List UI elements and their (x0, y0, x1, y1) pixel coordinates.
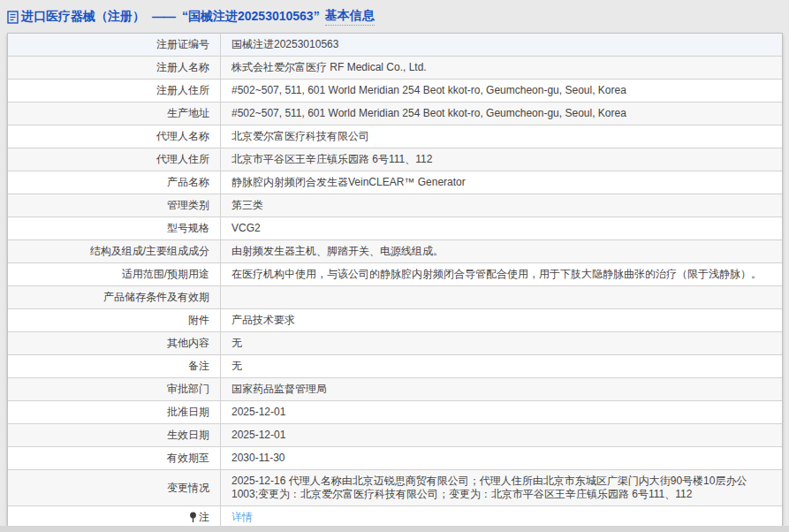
table-row: 变更情况2025-12-16 代理人名称由北京迈锐思商贸有限公司；代理人住所由北… (8, 470, 782, 506)
row-value: 2025-12-16 代理人名称由北京迈锐思商贸有限公司；代理人住所由北京市东城… (221, 470, 782, 505)
row-value: 国家药品监督管理局 (221, 378, 782, 400)
row-label: 代理人住所 (8, 148, 221, 171)
table-row: 管理类别第三类 (8, 194, 782, 217)
row-label: 代理人名称 (8, 125, 221, 148)
row-label-text: 其他内容 (167, 337, 209, 350)
row-value: 无 (221, 355, 782, 377)
row-label: 结构及组成/主要组成成分 (8, 240, 221, 262)
row-label-text: 注册证编号 (156, 38, 209, 51)
table-row: 有效期至2030-11-30 (8, 447, 782, 470)
page-title: 进口医疗器械（注册） —— “国械注进20253010563” 基本信息 (0, 0, 789, 31)
registration-info-table: 注册证编号国械注进20253010563注册人名称株式会社爱尔富医疗 RF Me… (7, 33, 783, 529)
row-label: 其他内容 (8, 332, 221, 354)
row-label: 注册证编号 (8, 34, 221, 56)
row-label-text: 审批部门 (167, 383, 209, 396)
table-row: 附件产品技术要求 (8, 309, 782, 332)
row-label: 备注 (8, 355, 221, 377)
row-label-text: 变更情况 (167, 482, 209, 495)
row-value: 2025-12-01 (221, 401, 782, 423)
table-row: 型号规格VCG2 (8, 217, 782, 240)
row-value: 2025-12-01 (221, 424, 782, 446)
row-label: 生产地址 (8, 103, 221, 125)
row-label-text: 产品储存条件及有效期 (103, 291, 209, 304)
row-label-text: 型号规格 (167, 222, 209, 235)
row-value: 产品技术要求 (221, 309, 782, 331)
row-value: 国械注进20253010563 (221, 34, 782, 56)
row-label-text: 代理人名称 (156, 130, 209, 143)
row-label: 型号规格 (8, 217, 221, 239)
row-value: 2030-11-30 (221, 447, 782, 469)
note-pin-icon (189, 512, 197, 523)
table-row: 注册人名称株式会社爱尔富医疗 RF Medical Co., Ltd. (8, 57, 782, 80)
row-label-text: 注册人住所 (156, 84, 209, 97)
row-label-text: 管理类别 (167, 199, 209, 212)
row-label: 变更情况 (8, 470, 221, 505)
table-row: 产品储存条件及有效期 (8, 286, 782, 309)
title-basic-info: 基本信息 (325, 8, 375, 26)
row-label: 批准日期 (8, 401, 221, 423)
table-row: 生效日期2025-12-01 (8, 424, 782, 447)
table-row: 其他内容无 (8, 332, 782, 355)
row-label: 注册人名称 (8, 57, 221, 79)
bottom-strip (0, 526, 789, 532)
row-value: #502~507, 511, 601 World Meridian 254 Be… (221, 80, 782, 102)
row-value: 在医疗机构中使用，与该公司的静脉腔内射频闭合导管配合使用，用于下肢大隐静脉曲张的… (221, 263, 782, 285)
row-label-text: 有效期至 (167, 452, 209, 465)
row-label-text: 注 (199, 511, 209, 524)
title-registration-number: “国械注进20253010563” (182, 9, 320, 25)
document-icon (7, 11, 19, 24)
row-value: 由射频发生器主机、脚踏开关、电源线组成。 (221, 240, 782, 262)
table-row: 批准日期2025-12-01 (8, 401, 782, 424)
table-row: 产品名称静脉腔内射频闭合发生器VeinCLEAR™ Generator (8, 171, 782, 194)
row-label-text: 备注 (188, 360, 209, 373)
row-label-text: 产品名称 (167, 176, 209, 189)
row-label-text: 生产地址 (167, 107, 209, 120)
row-label: 审批部门 (8, 378, 221, 400)
table-row: 审批部门国家药品监督管理局 (8, 378, 782, 401)
table-row: 生产地址#502~507, 511, 601 World Meridian 25… (8, 103, 782, 125)
table-row: 备注无 (8, 355, 782, 378)
row-label: 有效期至 (8, 447, 221, 469)
row-label: 管理类别 (8, 194, 221, 217)
row-label-text: 结构及组成/主要组成成分 (90, 245, 209, 258)
row-label: 产品储存条件及有效期 (8, 286, 221, 308)
row-label: 附件 (8, 309, 221, 331)
row-label: 生效日期 (8, 424, 221, 446)
row-label-text: 代理人住所 (156, 153, 209, 166)
row-label: 适用范围/预期用途 (8, 263, 221, 285)
row-value: 无 (221, 332, 782, 354)
title-left: 进口医疗器械（注册） (21, 9, 145, 25)
row-label-text: 适用范围/预期用途 (122, 268, 209, 281)
table-row: 注册证编号国械注进20253010563 (8, 34, 782, 57)
table-row: 结构及组成/主要组成成分由射频发生器主机、脚踏开关、电源线组成。 (8, 240, 782, 263)
row-value: 北京爱尔富医疗科技有限公司 (221, 125, 782, 148)
row-value: 北京市平谷区王辛庄镇乐园路 6号111、112 (221, 148, 782, 171)
row-label-text: 注册人名称 (156, 61, 209, 74)
row-label: 注册人住所 (8, 80, 221, 102)
row-value: #502~507, 511, 601 World Meridian 254 Be… (221, 103, 782, 125)
details-link[interactable]: 详情 (231, 511, 253, 523)
row-label-text: 批准日期 (167, 406, 209, 419)
title-separator: —— (152, 10, 175, 24)
row-value: 第三类 (221, 194, 782, 217)
table-row: 代理人住所北京市平谷区王辛庄镇乐园路 6号111、112 (8, 148, 782, 171)
row-label: 产品名称 (8, 171, 221, 194)
row-value: VCG2 (221, 217, 782, 239)
table-row: 注册人住所#502~507, 511, 601 World Meridian 2… (8, 80, 782, 103)
row-value: 株式会社爱尔富医疗 RF Medical Co., Ltd. (221, 57, 782, 79)
row-label-text: 附件 (188, 314, 209, 327)
row-value: 静脉腔内射频闭合发生器VeinCLEAR™ Generator (221, 171, 782, 194)
table-row: 代理人名称北京爱尔富医疗科技有限公司 (8, 125, 782, 148)
row-label-text: 生效日期 (167, 429, 209, 442)
row-value (221, 293, 782, 302)
table-row: 适用范围/预期用途在医疗机构中使用，与该公司的静脉腔内射频闭合导管配合使用，用于… (8, 263, 782, 286)
